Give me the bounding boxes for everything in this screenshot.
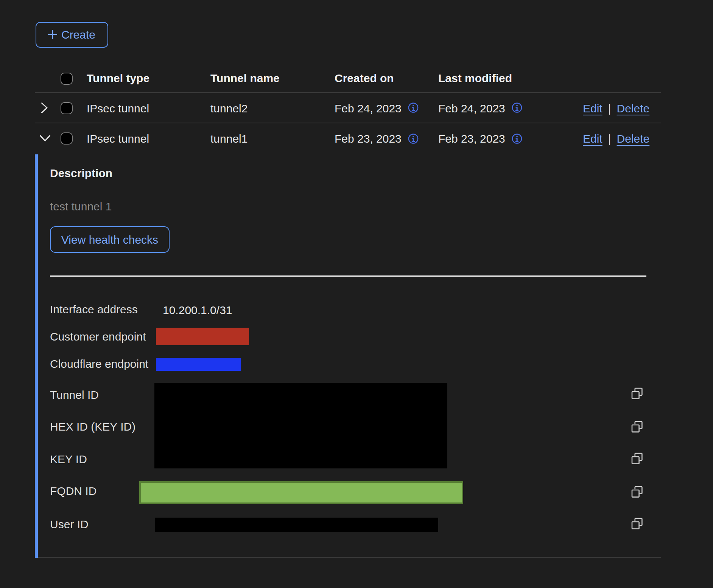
redaction-fqdn-id (139, 482, 463, 504)
modified-date: Feb 24, 2023 (438, 102, 505, 115)
description-heading: Description (50, 165, 112, 181)
header-created-on: Created on (335, 72, 394, 84)
row-actions: Edit | Delete (583, 132, 649, 145)
field-label-cloudflare-endpoint: Cloudflare endpoint (50, 355, 148, 372)
header-tunnel-name: Tunnel name (210, 72, 280, 84)
panel-divider (50, 275, 646, 277)
table-header-row: Tunnel type Tunnel name Created on Last … (35, 62, 661, 93)
field-label-hex-id: HEX ID (KEY ID) (50, 418, 135, 435)
collapse-chevron-down-icon[interactable] (37, 129, 52, 148)
expand-chevron-right-icon[interactable] (37, 98, 52, 118)
info-icon[interactable] (512, 133, 523, 144)
plus-icon (48, 30, 58, 40)
create-button-label: Create (61, 28, 95, 41)
field-label-key-id: KEY ID (50, 451, 87, 467)
cell-created-on: Feb 23, 2023 (335, 132, 419, 145)
redaction-ids-block (154, 383, 447, 468)
tunnels-table: Tunnel type Tunnel name Created on Last … (35, 62, 661, 154)
delete-link[interactable]: Delete (617, 102, 650, 115)
row-checkbox[interactable] (60, 132, 72, 145)
info-icon[interactable] (408, 133, 419, 144)
create-button[interactable]: Create (35, 22, 108, 47)
field-label-user-id: User ID (50, 516, 89, 532)
created-date: Feb 23, 2023 (335, 132, 402, 145)
row-actions: Edit | Delete (583, 102, 649, 115)
cell-tunnel-type: IPsec tunnel (87, 132, 149, 145)
modified-date: Feb 23, 2023 (438, 132, 505, 145)
cell-last-modified: Feb 23, 2023 (438, 132, 523, 145)
redaction-cloudflare-endpoint (156, 358, 241, 371)
view-health-checks-button[interactable]: View health checks (50, 226, 170, 252)
info-icon[interactable] (512, 103, 523, 113)
table-row-tunnel1: IPsec tunnel tunnel1 Feb 23, 2023 Feb 23… (35, 123, 661, 154)
redaction-customer-endpoint (156, 328, 249, 345)
field-value-interface-address: 10.200.1.0/31 (163, 302, 232, 319)
description-text: test tunnel 1 (50, 198, 112, 215)
edit-link[interactable]: Edit (583, 102, 602, 115)
copy-tunnel-id-button[interactable] (630, 387, 643, 400)
header-last-modified: Last modified (438, 72, 512, 84)
ipsec-tunnels-page: Create Tunnel type Tunnel name Created o… (0, 0, 713, 588)
cell-created-on: Feb 24, 2023 (335, 102, 419, 115)
field-label-tunnel-id: Tunnel ID (50, 387, 99, 403)
delete-link[interactable]: Delete (617, 132, 650, 145)
actions-separator: | (608, 102, 611, 115)
copy-user-id-button[interactable] (630, 518, 643, 530)
edit-link[interactable]: Edit (583, 132, 602, 145)
page-scaler: Create Tunnel type Tunnel name Created o… (0, 0, 713, 588)
row-checkbox[interactable] (60, 102, 72, 114)
tunnel-detail-panel: Description test tunnel 1 View health ch… (35, 154, 661, 558)
expanded-row-indicator-bar (35, 154, 38, 558)
actions-separator: | (608, 132, 611, 145)
select-all-checkbox[interactable] (60, 73, 72, 85)
copy-hex-id-button[interactable] (630, 421, 643, 433)
cell-last-modified: Feb 24, 2023 (438, 102, 523, 115)
cell-tunnel-name: tunnel1 (210, 132, 248, 145)
field-label-interface-address: Interface address (50, 301, 138, 318)
header-tunnel-type: Tunnel type (87, 72, 149, 84)
copy-key-id-button[interactable] (630, 453, 643, 465)
redaction-user-id (155, 517, 438, 532)
info-icon[interactable] (408, 103, 419, 113)
field-label-customer-endpoint: Customer endpoint (50, 328, 146, 345)
field-label-fqdn-id: FQDN ID (50, 482, 97, 499)
cell-tunnel-type: IPsec tunnel (87, 102, 149, 115)
table-row-tunnel2: IPsec tunnel tunnel2 Feb 24, 2023 Feb 24… (35, 93, 661, 123)
copy-fqdn-id-button[interactable] (630, 486, 643, 498)
created-date: Feb 24, 2023 (335, 102, 402, 115)
cell-tunnel-name: tunnel2 (210, 102, 248, 115)
